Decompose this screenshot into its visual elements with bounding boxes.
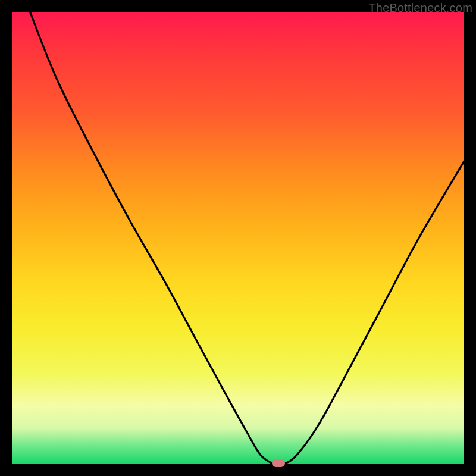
optimal-point-marker <box>272 459 285 467</box>
watermark-text: TheBottleneck.com <box>368 1 472 15</box>
bottleneck-curve <box>12 12 464 464</box>
chart-plot-area <box>12 12 464 464</box>
